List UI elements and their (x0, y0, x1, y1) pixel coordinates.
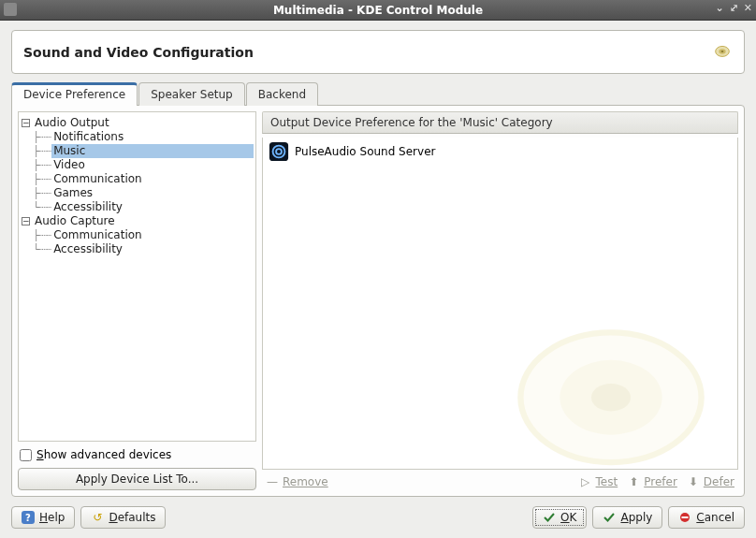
tab-backend[interactable]: Backend (246, 82, 318, 106)
device-actions: — Remove ▷ Test ⬆ Prefer ⬇ Defer (262, 473, 738, 490)
tree-item-capture-communication[interactable]: ├┈┈Communication (21, 228, 254, 242)
defaults-icon: ↺ (91, 511, 104, 524)
titlebar: Multimedia - KDE Control Module ⌄ ⤢ ✕ (0, 0, 756, 21)
maximize-icon[interactable]: ⤢ (730, 2, 738, 14)
apply-device-list-button[interactable]: Apply Device List To... (18, 468, 256, 490)
speaker-icon (712, 40, 733, 64)
svg-point-2 (721, 51, 724, 52)
device-label: PulseAudio Sound Server (295, 145, 435, 158)
defer-button[interactable]: ⬇ Defer (687, 475, 734, 488)
show-advanced-input[interactable] (20, 449, 32, 461)
test-button[interactable]: ▷ Test (579, 475, 618, 488)
show-advanced-label: SShow advanced deviceshow advanced devic… (36, 448, 171, 461)
remove-icon: — (266, 475, 279, 488)
device-item[interactable]: PulseAudio Sound Server (263, 138, 737, 166)
cancel-button[interactable]: CCancelancel (668, 506, 745, 529)
ok-icon (543, 511, 556, 524)
window-menu-icon[interactable] (4, 3, 17, 16)
dialog-footer: ? HHelpelp ↺ DDefaultsefaults OOKK AAppl… (11, 497, 745, 529)
help-button[interactable]: ? HHelpelp (11, 506, 75, 529)
module-title: Sound and Video Configuration (23, 45, 254, 60)
pulseaudio-icon (269, 141, 289, 162)
svg-rect-10 (682, 516, 689, 518)
remove-button[interactable]: — Remove (266, 475, 328, 488)
collapse-icon[interactable]: − (22, 217, 30, 225)
right-column: Output Device Preference for the 'Music'… (262, 111, 738, 490)
tree-item-communication[interactable]: ├┈┈Communication (21, 172, 254, 186)
svg-point-7 (560, 360, 662, 435)
device-list[interactable]: PulseAudio Sound Server (262, 138, 738, 470)
arrow-down-icon: ⬇ (687, 475, 700, 488)
category-tree[interactable]: − Audio Output ├┈┈Notifications ├┈┈Music… (18, 111, 256, 442)
tree-item-notifications[interactable]: ├┈┈Notifications (21, 130, 254, 144)
module-header: Sound and Video Configuration (11, 30, 745, 74)
minimize-icon[interactable]: ⌄ (716, 2, 724, 14)
arrow-up-icon: ⬆ (627, 475, 640, 488)
window-body: Sound and Video Configuration Device Pre… (0, 21, 756, 538)
collapse-icon[interactable]: − (22, 119, 30, 127)
tree-item-accessibility[interactable]: └┈┈Accessibility (21, 200, 254, 214)
prefer-button[interactable]: ⬆ Prefer (627, 475, 677, 488)
cancel-icon (678, 511, 691, 524)
play-icon: ▷ (579, 475, 592, 488)
output-preference-header: Output Device Preference for the 'Music'… (262, 111, 738, 134)
svg-point-8 (591, 384, 631, 411)
tab-bar: Device Preference Speaker Setup Backend (11, 81, 745, 106)
left-column: − Audio Output ├┈┈Notifications ├┈┈Music… (18, 111, 256, 490)
window-title: Multimedia - KDE Control Module (273, 4, 483, 17)
tree-group-audio-capture[interactable]: − Audio Capture (21, 214, 254, 228)
tree-item-video[interactable]: ├┈┈Video (21, 158, 254, 172)
apply-button[interactable]: AApplypply (592, 506, 662, 529)
tree-group-audio-output[interactable]: − Audio Output (21, 116, 254, 130)
tab-speaker-setup[interactable]: Speaker Setup (138, 82, 245, 106)
close-icon[interactable]: ✕ (744, 2, 752, 14)
background-speaker-icon (513, 304, 709, 463)
ok-button[interactable]: OOKK (532, 506, 587, 529)
svg-point-6 (520, 332, 701, 462)
tree-item-music[interactable]: ├┈┈Music (21, 144, 254, 158)
help-icon: ? (22, 511, 35, 524)
tab-panel: − Audio Output ├┈┈Notifications ├┈┈Music… (11, 105, 745, 497)
defaults-button[interactable]: ↺ DDefaultsefaults (80, 506, 166, 529)
tree-item-capture-accessibility[interactable]: └┈┈Accessibility (21, 242, 254, 256)
show-advanced-checkbox[interactable]: SShow advanced deviceshow advanced devic… (18, 445, 256, 464)
tab-device-preference[interactable]: Device Preference (11, 82, 138, 106)
apply-icon (603, 511, 616, 524)
tree-item-games[interactable]: ├┈┈Games (21, 186, 254, 200)
